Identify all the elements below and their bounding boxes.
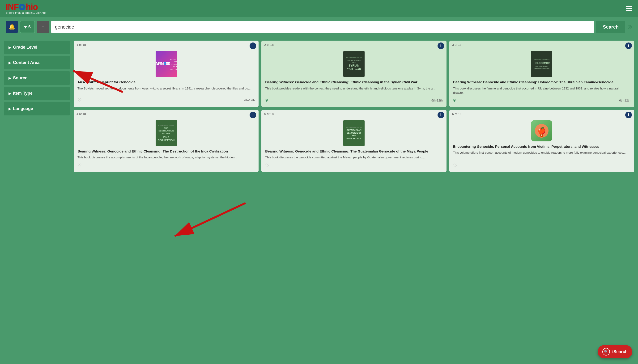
header: INFhio OHIO'S PreK-12 DIGITAL LIBRARY bbox=[0, 0, 638, 17]
search-button[interactable]: Search bbox=[596, 21, 625, 33]
card-counter: 4 of 18 bbox=[76, 112, 86, 116]
card-footer: ♡ bbox=[453, 163, 630, 168]
hamburger-line-2 bbox=[626, 8, 632, 9]
grade-label: 6th-12th bbox=[619, 99, 630, 102]
search-icon: 🔍 bbox=[604, 350, 608, 354]
isearch-icon: 🔍 bbox=[602, 348, 610, 356]
card-info-button[interactable]: i bbox=[625, 112, 632, 118]
favorite-button[interactable]: ♥ bbox=[265, 98, 268, 103]
card-info-button[interactable]: i bbox=[438, 42, 444, 49]
favorites-count: 6 bbox=[28, 24, 31, 30]
card-description: This book discusses the famine and genoc… bbox=[453, 86, 630, 95]
card-info-button[interactable]: i bbox=[625, 42, 632, 49]
card-footer: ♥ 6th-12th bbox=[265, 98, 442, 103]
card-thumbnail: LEARN360 HOLOCAUST AND GENOCIDEVIDEO COL… bbox=[156, 51, 177, 77]
favorite-button[interactable]: ♥ bbox=[453, 98, 456, 103]
card-counter: 5 of 18 bbox=[264, 112, 274, 116]
card-info-button[interactable]: i bbox=[250, 42, 256, 49]
result-card-6: 6 of 18 i 🍎 Ⅱ Encountering Genocide: Per… bbox=[449, 110, 634, 172]
result-card-1: 1 of 18 i LEARN360 HOLOCAUST AND GENOCID… bbox=[74, 40, 258, 107]
bell-icon: 🔔 bbox=[9, 24, 15, 30]
app-icon: 🍎 Ⅱ bbox=[531, 120, 552, 142]
card-description: This book discusses the accomplishments … bbox=[78, 155, 255, 160]
card-thumbnail: BEARING WITNESS GUATEMALANGENOCIDE OF TH… bbox=[343, 120, 364, 146]
result-card-3: 3 of 18 i BEARING WITNESS HOLODOMOR THE … bbox=[449, 40, 634, 107]
logo-text: INFhio bbox=[6, 3, 47, 11]
card-info-button[interactable]: i bbox=[250, 112, 256, 118]
card-counter: 3 of 18 bbox=[452, 43, 462, 46]
toolbar: 🔔 ♥ 6 ≡ Search ⊗ bbox=[0, 17, 638, 37]
card-title: Bearing Witness: Genocide and Ethnic Cle… bbox=[265, 149, 442, 154]
card-title: Auschwitz: Blueprint for Genocide bbox=[78, 80, 255, 84]
chevron-right-icon: ▶ bbox=[8, 92, 11, 95]
card-counter: 2 of 18 bbox=[264, 43, 274, 46]
card-thumbnail: 🍎 Ⅱ bbox=[531, 120, 552, 142]
filter-item-type[interactable]: ▶ Item Type bbox=[4, 87, 70, 100]
favorite-button[interactable]: ♡ bbox=[453, 163, 457, 168]
filter-label: Item Type bbox=[13, 91, 32, 96]
filter-language[interactable]: ▶ Language bbox=[4, 102, 70, 116]
filter-label: Content Area bbox=[13, 60, 40, 65]
card-title: Bearing Witness: Genocide and Ethnic Cle… bbox=[78, 149, 255, 154]
card-counter: 1 of 18 bbox=[76, 43, 86, 46]
filter-label: Source bbox=[13, 76, 28, 80]
filter-source[interactable]: ▶ Source bbox=[4, 71, 70, 85]
chevron-right-icon: ▶ bbox=[8, 46, 11, 49]
card-footer: ♡ bbox=[78, 163, 255, 168]
logo-hio: hio bbox=[26, 2, 38, 12]
favorites-button[interactable]: ♥ 6 bbox=[20, 21, 35, 33]
clear-search-button[interactable]: ⊗ bbox=[627, 23, 632, 31]
card-thumbnail: BEARING WITNESS HOLODOMOR THE UKRAINIANF… bbox=[531, 51, 552, 77]
bell-button[interactable]: 🔔 bbox=[6, 21, 18, 33]
card-thumbnail: BEARING WITNESS THE DESTRUCTION OF THE I… bbox=[156, 120, 177, 146]
grade-label: 6th-12th bbox=[432, 99, 443, 102]
card-info-button[interactable]: i bbox=[438, 112, 444, 118]
favorites-heart-icon: ♥ bbox=[24, 24, 27, 30]
card-footer: ♡ bbox=[265, 163, 442, 168]
menu-button[interactable] bbox=[626, 6, 632, 11]
chevron-right-icon: ▶ bbox=[8, 76, 11, 80]
card-description: This volume offers first-person accounts… bbox=[453, 150, 630, 160]
search-input[interactable] bbox=[51, 21, 594, 33]
list-view-button[interactable]: ≡ bbox=[37, 21, 49, 33]
chevron-right-icon: ▶ bbox=[8, 61, 11, 65]
favorite-button[interactable]: ♡ bbox=[78, 98, 82, 103]
hamburger-line-1 bbox=[626, 6, 632, 7]
results-grid: 1 of 18 i LEARN360 HOLOCAUST AND GENOCID… bbox=[74, 40, 634, 363]
clear-icon: ⊗ bbox=[627, 23, 632, 30]
result-card-2: 2 of 18 i BEARING WITNESS ONE LESSON IN … bbox=[262, 40, 446, 107]
favorite-button[interactable]: ♡ bbox=[78, 163, 82, 168]
card-description: This book provides readers with the cont… bbox=[265, 86, 442, 95]
result-card-4: 4 of 18 i BEARING WITNESS THE DESTRUCTIO… bbox=[74, 110, 258, 172]
hamburger-line-3 bbox=[626, 10, 632, 11]
filter-label: Language bbox=[13, 106, 33, 111]
grade-label: 9th-12th bbox=[244, 98, 255, 102]
isearch-button[interactable]: 🔍 iSearch bbox=[598, 345, 632, 358]
card-title: Bearing Witness: Genocide and Ethnic Cle… bbox=[265, 80, 442, 84]
card-description: The Soviets moved architects' documents … bbox=[78, 86, 255, 95]
logo-o-icon bbox=[19, 4, 26, 10]
isearch-label: iSearch bbox=[612, 349, 628, 354]
card-footer: ♥ 6th-12th bbox=[453, 98, 630, 103]
favorite-button[interactable]: ♡ bbox=[265, 163, 270, 168]
card-description: This book discusses the genocide committ… bbox=[265, 155, 442, 160]
result-card-5: 5 of 18 i BEARING WITNESS GUATEMALANGENO… bbox=[262, 110, 446, 172]
filter-grade-level[interactable]: ▶ Grade Level bbox=[4, 40, 70, 54]
sidebar: ▶ Grade Level ▶ Content Area ▶ Source ▶ … bbox=[4, 40, 70, 363]
card-thumbnail: BEARING WITNESS ONE LESSON IN THE SYRIAN… bbox=[343, 51, 364, 77]
card-counter: 6 of 18 bbox=[452, 112, 462, 116]
logo: INFhio OHIO'S PreK-12 DIGITAL LIBRARY bbox=[6, 3, 47, 14]
main-content: ▶ Grade Level ▶ Content Area ▶ Source ▶ … bbox=[0, 37, 638, 364]
logo-inf: INF bbox=[6, 2, 19, 12]
list-icon: ≡ bbox=[42, 24, 44, 30]
card-footer: ♡ 9th-12th bbox=[78, 98, 255, 103]
card-title: Bearing Witness: Genocide and Ethnic Cle… bbox=[453, 80, 630, 84]
chevron-right-icon: ▶ bbox=[8, 107, 11, 111]
filter-content-area[interactable]: ▶ Content Area bbox=[4, 56, 70, 70]
logo-subtitle: OHIO'S PreK-12 DIGITAL LIBRARY bbox=[6, 12, 47, 14]
card-title: Encountering Genocide: Personal Accounts… bbox=[453, 144, 630, 149]
filter-label: Grade Level bbox=[13, 45, 37, 50]
